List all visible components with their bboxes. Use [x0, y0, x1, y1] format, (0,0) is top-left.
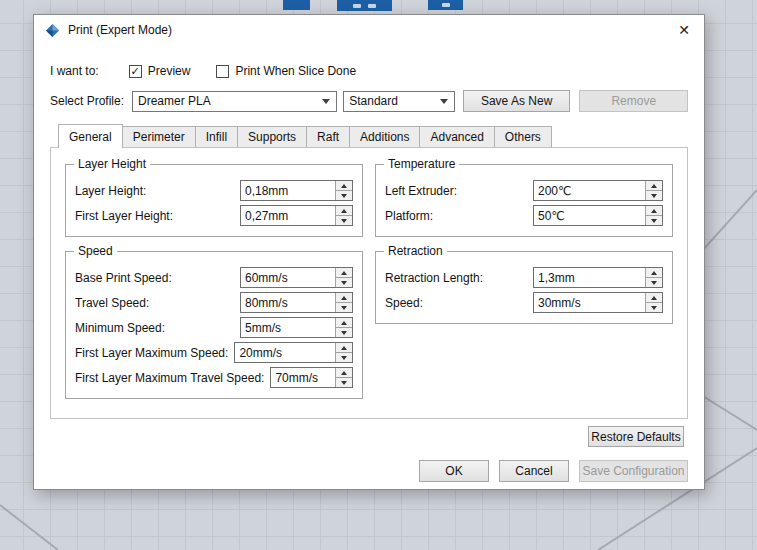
first-layer-height-value[interactable]: 0,27mm	[241, 206, 335, 225]
temperature-group-title: Temperature	[384, 157, 459, 171]
tab-others[interactable]: Others	[494, 126, 552, 147]
spin-up-icon	[651, 209, 657, 213]
platform-row: Platform: 50℃	[385, 205, 663, 226]
spin-up-button[interactable]	[336, 318, 352, 327]
toolbar-button-fragment[interactable]	[337, 0, 392, 11]
spin-down-button[interactable]	[336, 302, 352, 312]
save-as-new-button[interactable]: Save As New	[463, 90, 571, 112]
i-want-to-row: I want to: ✓ Preview Print When Slice Do…	[50, 61, 688, 81]
first-layer-max-travel-speed-value[interactable]: 70mm/s	[271, 368, 335, 387]
retraction-speed-value[interactable]: 30mm/s	[534, 293, 645, 312]
retraction-length-row: Retraction Length: 1,3mm	[385, 267, 663, 288]
print-when-slice-done-checkbox-group[interactable]: Print When Slice Done	[216, 64, 356, 78]
base-print-speed-spinbox[interactable]: 60mm/s	[240, 267, 353, 288]
first-layer-max-speed-value[interactable]: 20mm/s	[235, 343, 335, 362]
spin-up-button[interactable]	[336, 268, 352, 277]
first-layer-max-travel-speed-row: First Layer Maximum Travel Speed: 70mm/s	[75, 367, 353, 388]
left-extruder-label: Left Extruder:	[385, 184, 533, 198]
close-button[interactable]: ✕	[670, 18, 698, 42]
ok-button[interactable]: OK	[419, 460, 489, 482]
dialog-titlebar[interactable]: Print (Expert Mode) ✕	[34, 15, 704, 45]
select-profile-label: Select Profile:	[50, 94, 132, 108]
quality-dropdown[interactable]: Standard	[343, 91, 455, 112]
minimum-speed-spinbox[interactable]: 5mm/s	[240, 317, 353, 338]
tab-general[interactable]: General	[58, 124, 123, 148]
restore-defaults-row: Restore Defaults	[50, 426, 688, 447]
spin-up-button[interactable]	[336, 181, 352, 190]
tab-raft[interactable]: Raft	[306, 126, 350, 147]
right-column: Temperature Left Extruder: 200℃	[375, 164, 673, 399]
left-extruder-temp-spinbox[interactable]: 200℃	[533, 180, 663, 201]
viewport-3d[interactable]: Print (Expert Mode) ✕ I want to: ✓ Previ…	[0, 0, 757, 550]
travel-speed-value[interactable]: 80mm/s	[241, 293, 335, 312]
spin-up-button[interactable]	[646, 293, 662, 302]
spin-down-button[interactable]	[336, 215, 352, 225]
speed-group-title: Speed	[74, 244, 117, 258]
spin-down-icon	[341, 194, 347, 198]
spin-up-icon	[651, 296, 657, 300]
first-layer-max-travel-speed-spinbox[interactable]: 70mm/s	[270, 367, 353, 388]
minimum-speed-value[interactable]: 5mm/s	[241, 318, 335, 337]
spin-down-button[interactable]	[336, 277, 352, 287]
spin-up-button[interactable]	[646, 181, 662, 190]
spin-down-button[interactable]	[336, 377, 352, 387]
spin-down-button[interactable]	[646, 215, 662, 225]
retraction-length-spinbox[interactable]: 1,3mm	[533, 267, 663, 288]
base-print-speed-value[interactable]: 60mm/s	[241, 268, 335, 287]
toolbar-icon-fragment	[353, 4, 361, 8]
platform-temp-value[interactable]: 50℃	[534, 206, 645, 225]
retraction-length-value[interactable]: 1,3mm	[534, 268, 645, 287]
dialog-title: Print (Expert Mode)	[68, 23, 172, 37]
tab-supports[interactable]: Supports	[237, 126, 307, 147]
spin-down-button[interactable]	[336, 190, 352, 200]
spin-down-button[interactable]	[646, 190, 662, 200]
settings-tab-bar: General Perimeter Infill Supports Raft A…	[50, 124, 688, 147]
tab-infill[interactable]: Infill	[195, 126, 238, 147]
app-logo-icon	[45, 23, 60, 38]
spin-down-button[interactable]	[646, 302, 662, 312]
spin-down-button[interactable]	[336, 352, 352, 362]
first-layer-max-speed-label: First Layer Maximum Speed:	[75, 346, 228, 360]
left-extruder-temp-value[interactable]: 200℃	[534, 181, 645, 200]
first-layer-max-travel-speed-label: First Layer Maximum Travel Speed:	[75, 371, 264, 385]
spin-up-icon	[341, 346, 347, 350]
quality-dropdown-value: Standard	[349, 94, 398, 108]
spin-up-button[interactable]	[336, 343, 352, 352]
retraction-speed-spinbox[interactable]: 30mm/s	[533, 292, 663, 313]
spin-up-button[interactable]	[336, 206, 352, 215]
cancel-button[interactable]: Cancel	[499, 460, 569, 482]
spin-up-button[interactable]	[646, 206, 662, 215]
spin-down-button[interactable]	[646, 277, 662, 287]
layer-height-label: Layer Height:	[75, 184, 240, 198]
spin-up-icon	[341, 371, 347, 375]
first-layer-height-spinbox[interactable]: 0,27mm	[240, 205, 353, 226]
spin-up-icon	[341, 184, 347, 188]
first-layer-max-speed-spinbox[interactable]: 20mm/s	[234, 342, 353, 363]
layer-height-value[interactable]: 0,18mm	[241, 181, 335, 200]
tab-advanced[interactable]: Advanced	[419, 126, 494, 147]
tab-perimeter[interactable]: Perimeter	[122, 126, 196, 147]
spin-up-button[interactable]	[336, 368, 352, 377]
spin-down-icon	[341, 281, 347, 285]
travel-speed-spinbox[interactable]: 80mm/s	[240, 292, 353, 313]
toolbar-icon-fragment	[442, 3, 450, 7]
tab-additions[interactable]: Additions	[349, 126, 420, 147]
travel-speed-row: Travel Speed: 80mm/s	[75, 292, 353, 313]
cancel-label: Cancel	[515, 464, 552, 478]
preview-checkbox[interactable]: ✓	[129, 65, 142, 78]
platform-temp-spinbox[interactable]: 50℃	[533, 205, 663, 226]
preview-checkbox-group[interactable]: ✓ Preview	[129, 64, 191, 78]
print-when-slice-done-checkbox[interactable]	[216, 65, 229, 78]
spin-up-icon	[341, 209, 347, 213]
layer-height-spinbox[interactable]: 0,18mm	[240, 180, 353, 201]
chevron-down-icon	[440, 99, 448, 104]
profile-dropdown[interactable]: Dreamer PLA	[132, 91, 337, 112]
restore-defaults-button[interactable]: Restore Defaults	[588, 426, 684, 447]
spin-down-icon	[651, 281, 657, 285]
toolbar-button-fragment[interactable]	[283, 0, 310, 10]
spin-up-button[interactable]	[336, 293, 352, 302]
spin-up-button[interactable]	[646, 268, 662, 277]
toolbar-button-fragment[interactable]	[428, 0, 463, 10]
layer-height-row: Layer Height: 0,18mm	[75, 180, 353, 201]
spin-down-button[interactable]	[336, 327, 352, 337]
